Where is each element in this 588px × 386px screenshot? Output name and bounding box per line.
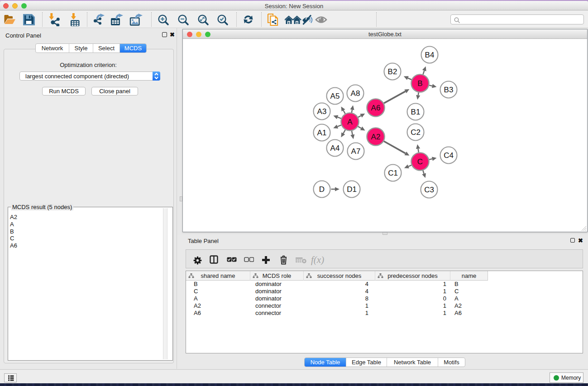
- svg-text:C3: C3: [424, 186, 434, 194]
- svg-text:A6: A6: [371, 104, 381, 112]
- svg-text:B2: B2: [388, 67, 397, 76]
- svg-text:B1: B1: [411, 108, 421, 116]
- svg-text:B4: B4: [425, 51, 435, 59]
- svg-text:A4: A4: [330, 144, 340, 152]
- svg-text:C2: C2: [411, 128, 421, 137]
- svg-text:C4: C4: [444, 151, 454, 160]
- svg-text:A7: A7: [351, 147, 361, 156]
- svg-text:A5: A5: [330, 92, 340, 100]
- svg-text:A8: A8: [351, 89, 360, 98]
- svg-text:B: B: [417, 79, 422, 88]
- svg-text:A: A: [347, 118, 353, 126]
- svg-text:D1: D1: [347, 185, 357, 194]
- svg-text:A1: A1: [317, 129, 327, 137]
- svg-text:B3: B3: [444, 86, 454, 94]
- svg-text:C1: C1: [388, 169, 398, 177]
- svg-text:A2: A2: [371, 133, 381, 141]
- svg-text:A3: A3: [317, 107, 327, 116]
- svg-text:D: D: [319, 185, 325, 194]
- svg-text:C: C: [417, 157, 423, 166]
